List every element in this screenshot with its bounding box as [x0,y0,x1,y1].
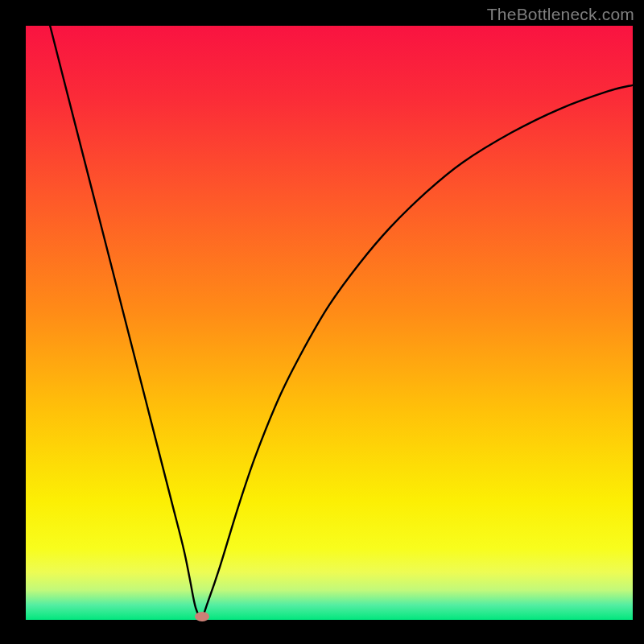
plot-area [26,26,633,620]
chart-stage: TheBottleneck.com [0,0,644,644]
bottleneck-curve [26,26,633,620]
watermark-text: TheBottleneck.com [487,5,634,24]
minimum-marker [195,612,209,621]
